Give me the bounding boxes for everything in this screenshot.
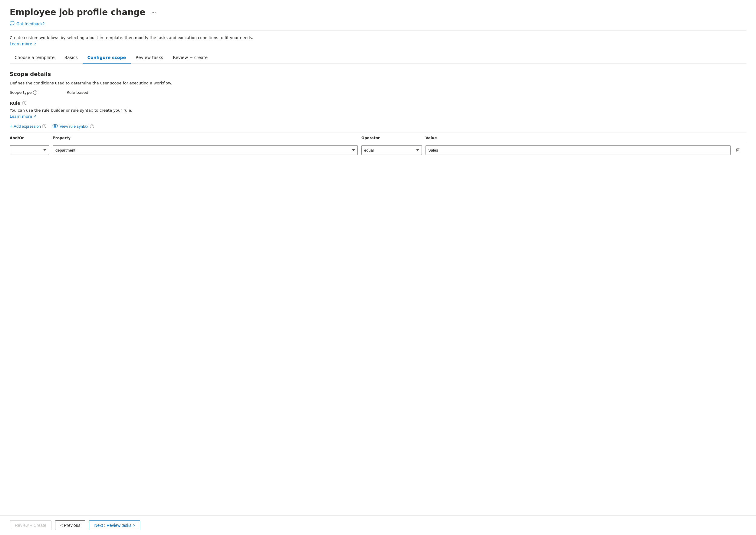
delete-row-button[interactable]: [734, 147, 742, 154]
tab-basics[interactable]: Basics: [59, 52, 82, 64]
col-header-actions: [734, 136, 746, 140]
next-button[interactable]: Next : Review tasks >: [89, 521, 140, 530]
plus-icon: +: [10, 124, 13, 129]
svg-rect-4: [736, 149, 740, 149]
col-header-operator: Operator: [361, 136, 422, 140]
delete-cell: [734, 147, 746, 154]
feedback-icon: [10, 21, 14, 27]
value-input[interactable]: [426, 145, 731, 155]
footer: Review + Create < Previous Next : Review…: [0, 515, 756, 535]
scope-type-label: Scope type i: [10, 90, 46, 95]
scope-type-row: Scope type i Rule based: [10, 90, 746, 95]
feedback-link[interactable]: Got feedback?: [10, 21, 746, 27]
tab-review-tasks[interactable]: Review tasks: [131, 52, 168, 64]
review-create-button: Review + Create: [10, 521, 51, 530]
and-or-select[interactable]: And Or: [10, 145, 49, 155]
scope-type-info-icon[interactable]: i: [33, 91, 37, 95]
ellipsis-menu-button[interactable]: ···: [149, 8, 158, 17]
add-expression-button[interactable]: + Add expression i: [10, 124, 46, 129]
tab-review-create[interactable]: Review + create: [168, 52, 212, 64]
svg-point-2: [55, 126, 55, 126]
trash-icon: [736, 148, 740, 153]
svg-rect-3: [737, 148, 739, 149]
col-header-value: Value: [426, 136, 731, 140]
col-header-and-or: And/Or: [10, 136, 49, 140]
feedback-label: Got feedback?: [16, 21, 45, 26]
operator-cell: equal notEqual contains startsWith: [361, 145, 422, 155]
expression-row: And Or department jobTitle city country …: [10, 142, 746, 158]
operator-select[interactable]: equal notEqual contains startsWith: [361, 145, 422, 155]
tab-configure-scope[interactable]: Configure scope: [83, 52, 131, 64]
add-expression-info-icon[interactable]: i: [42, 124, 46, 128]
page-title: Employee job profile change: [10, 7, 145, 17]
col-header-property: Property: [53, 136, 358, 140]
expression-toolbar: + Add expression i View rule syntax i: [10, 124, 746, 133]
table-header: And/Or Property Operator Value: [10, 133, 746, 142]
eye-icon: [52, 124, 58, 128]
scope-section-title: Scope details: [10, 71, 746, 77]
previous-button[interactable]: < Previous: [55, 521, 86, 530]
and-or-cell: And Or: [10, 145, 49, 155]
tab-choose-template[interactable]: Choose a template: [10, 52, 59, 64]
rule-external-link-icon: ↗: [33, 114, 36, 118]
scope-description: Defines the conditions used to determine…: [10, 81, 746, 85]
property-cell: department jobTitle city country: [53, 145, 358, 155]
property-select[interactable]: department jobTitle city country: [53, 145, 358, 155]
view-rule-syntax-button[interactable]: View rule syntax i: [52, 124, 94, 128]
rule-learn-more-link[interactable]: Learn more ↗: [10, 114, 36, 119]
page-description: Create custom workflows by selecting a b…: [10, 35, 746, 40]
rule-header: Rule i: [10, 101, 746, 106]
header-divider: [10, 30, 746, 31]
scope-type-value: Rule based: [67, 90, 88, 95]
top-learn-more-link[interactable]: Learn more ↗: [10, 42, 36, 46]
view-syntax-info-icon[interactable]: i: [90, 124, 94, 128]
rule-info-icon[interactable]: i: [22, 101, 26, 105]
rule-title: Rule: [10, 101, 20, 106]
tabs-row: Choose a template Basics Configure scope…: [10, 52, 746, 64]
rule-description: You can use the rule builder or rule syn…: [10, 108, 746, 113]
external-link-icon: ↗: [33, 42, 36, 46]
value-cell: [426, 145, 731, 155]
